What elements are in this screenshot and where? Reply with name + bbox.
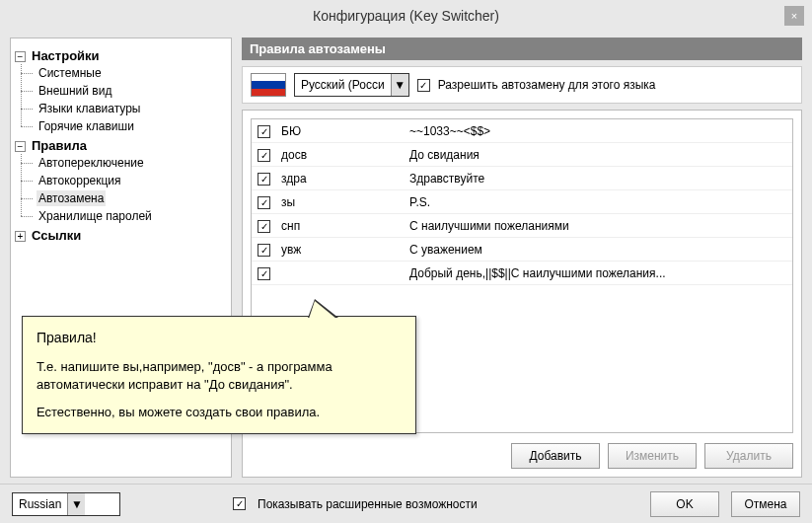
rule-checkbox[interactable]: ✓ <box>258 149 270 162</box>
tree-node-rules[interactable]: Правила <box>30 137 89 154</box>
table-row[interactable]: ✓увжС уважением <box>252 238 792 262</box>
rule-expansion: ~~1033~~<$$> <box>409 124 792 138</box>
add-button[interactable]: Добавить <box>511 443 600 469</box>
rule-expansion: Добрый день,||$$||С наилучшими пожелания… <box>409 266 792 280</box>
language-row: Русский (Росси ▼ ✓ Разрешить автозамену … <box>242 66 802 104</box>
table-row[interactable]: ✓досвДо свидания <box>252 143 792 167</box>
allow-autoreplace-label: Разрешить автозамену для этого языка <box>438 78 656 92</box>
table-row[interactable]: ✓снпС наилучшими пожеланиями <box>252 214 792 238</box>
flag-icon <box>251 73 286 97</box>
table-row[interactable]: ✓зыP.S. <box>252 190 792 214</box>
rule-abbr: снп <box>281 219 409 233</box>
ui-language-value: Russian <box>13 497 67 511</box>
rule-expansion: P.S. <box>409 195 792 209</box>
tree-node-settings[interactable]: Настройки <box>30 47 102 64</box>
rule-expansion: Здравствуйте <box>409 172 792 186</box>
ui-language-combo[interactable]: Russian ▼ <box>12 492 120 516</box>
table-row[interactable]: ✓БЮ~~1033~~<$$> <box>252 119 792 143</box>
section-title: Правила автозамены <box>242 37 802 60</box>
ok-button[interactable]: OK <box>650 491 719 517</box>
chevron-down-icon[interactable]: ▼ <box>391 74 408 96</box>
expander-settings[interactable]: − <box>15 51 26 62</box>
tree-node-settings-child[interactable]: Горячие клавиши <box>37 118 136 134</box>
tree-node-rules-child[interactable]: Автокоррекция <box>37 173 123 188</box>
close-button[interactable]: × <box>784 6 804 26</box>
tree-node-settings-child[interactable]: Языки клавиатуры <box>37 101 142 116</box>
tooltip-line1: Т.е. напишите вы,например, "досв" - а пр… <box>37 358 402 394</box>
bottom-bar: Russian ▼ ✓ Показывать расширенные возмо… <box>0 484 812 523</box>
window-title: Конфигурация (Key Switcher) <box>313 8 499 24</box>
cancel-button[interactable]: Отмена <box>731 491 800 517</box>
rule-abbr: здра <box>281 172 409 186</box>
expander-rules[interactable]: − <box>15 141 26 152</box>
expander-links[interactable]: + <box>15 231 26 242</box>
rule-checkbox[interactable]: ✓ <box>258 125 270 138</box>
tree-node-rules-child[interactable]: Автозамена <box>37 190 106 206</box>
rule-expansion: С наилучшими пожеланиями <box>409 219 792 233</box>
rule-abbr: увж <box>281 243 409 257</box>
table-row[interactable]: ✓здраЗдравствуйте <box>252 167 792 190</box>
tooltip: Правила! Т.е. напишите вы,например, "дос… <box>22 316 416 434</box>
rule-expansion: До свидания <box>409 148 792 162</box>
table-row[interactable]: ✓Добрый день,||$$||С наилучшими пожелани… <box>252 262 792 285</box>
show-advanced-checkbox[interactable]: ✓ <box>233 497 246 510</box>
delete-button[interactable]: Удалить <box>704 443 793 469</box>
tree-node-rules-child[interactable]: Автопереключение <box>37 155 146 171</box>
allow-autoreplace-checkbox[interactable]: ✓ <box>417 79 430 92</box>
language-combo-value: Русский (Росси <box>295 78 391 92</box>
tooltip-line2: Естественно, вы можете создать свои прав… <box>37 404 402 421</box>
tree-node-settings-child[interactable]: Внешний вид <box>37 83 113 99</box>
tree-node-settings-child[interactable]: Системные <box>37 65 104 81</box>
rule-checkbox[interactable]: ✓ <box>258 244 270 257</box>
rule-abbr: БЮ <box>281 124 409 138</box>
chevron-down-icon[interactable]: ▼ <box>67 493 85 515</box>
rule-checkbox[interactable]: ✓ <box>258 173 270 186</box>
tooltip-title: Правила! <box>37 329 402 348</box>
rule-abbr: досв <box>281 148 409 162</box>
show-advanced-label: Показывать расширенные возможности <box>258 497 478 511</box>
tree-node-rules-child[interactable]: Хранилище паролей <box>37 208 154 224</box>
rule-checkbox[interactable]: ✓ <box>258 267 270 280</box>
rule-abbr: зы <box>281 195 409 209</box>
rule-expansion: С уважением <box>409 243 792 257</box>
rule-checkbox[interactable]: ✓ <box>258 196 270 209</box>
language-combo[interactable]: Русский (Росси ▼ <box>294 73 409 97</box>
tree-node-links[interactable]: Ссылки <box>30 227 83 244</box>
edit-button[interactable]: Изменить <box>608 443 697 469</box>
rule-checkbox[interactable]: ✓ <box>258 220 270 233</box>
titlebar: Конфигурация (Key Switcher) × <box>0 0 812 32</box>
